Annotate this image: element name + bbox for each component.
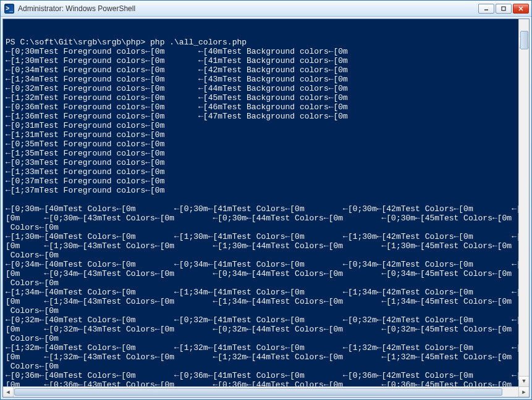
scroll-down-arrow-icon[interactable]: ▼: [519, 376, 529, 386]
minimize-button[interactable]: [478, 4, 494, 14]
window-buttons: [478, 4, 529, 14]
vertical-scroll-thumb[interactable]: [520, 31, 528, 49]
maximize-icon: [500, 6, 507, 12]
minimize-icon: [483, 6, 489, 12]
scroll-right-arrow-icon[interactable]: ►: [518, 387, 529, 397]
svg-rect-1: [502, 7, 505, 10]
titlebar[interactable]: >_ Administrator: Windows PowerShell: [1, 1, 531, 17]
horizontal-scroll-thumb[interactable]: [14, 388, 502, 396]
powershell-window: >_ Administrator: Windows PowerShell PS …: [0, 0, 532, 400]
horizontal-scroll-track[interactable]: [14, 388, 518, 396]
client-area: PS C:\soft\Git\srgb\srgb\php> php .\all_…: [2, 19, 530, 398]
horizontal-scrollbar[interactable]: ◄ ►: [3, 386, 529, 397]
maximize-button[interactable]: [496, 4, 512, 14]
close-button[interactable]: [513, 4, 529, 14]
terminal[interactable]: PS C:\soft\Git\srgb\srgb\php> php .\all_…: [3, 19, 529, 386]
window-title: Administrator: Windows PowerShell: [18, 4, 478, 13]
close-icon: [518, 6, 524, 12]
vertical-scrollbar[interactable]: ▲ ▼: [518, 19, 529, 386]
powershell-icon: >_: [4, 4, 14, 14]
terminal-output: PS C:\soft\Git\srgb\srgb\php> php .\all_…: [6, 38, 526, 386]
scroll-left-arrow-icon[interactable]: ◄: [3, 387, 14, 397]
